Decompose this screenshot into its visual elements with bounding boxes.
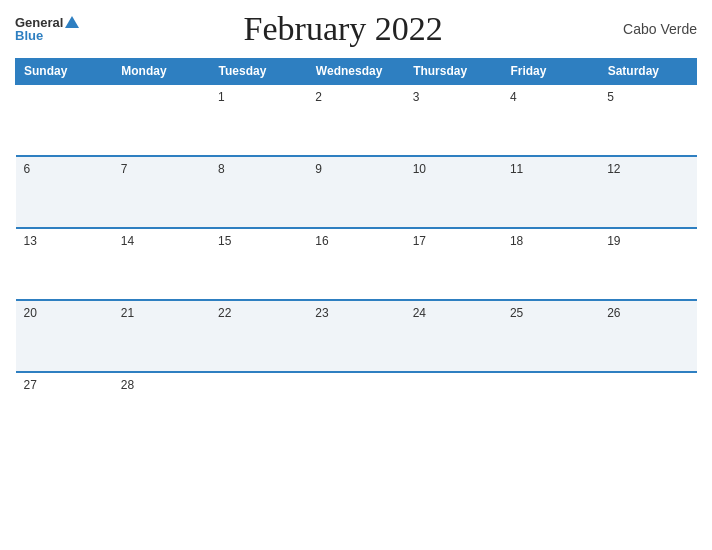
calendar-day-3: 3 [405, 84, 502, 156]
weekday-header-monday: Monday [113, 59, 210, 85]
country-name: Cabo Verde [607, 21, 697, 37]
day-number: 2 [315, 90, 322, 104]
calendar-empty-cell [405, 372, 502, 444]
calendar-day-11: 11 [502, 156, 599, 228]
day-number: 6 [24, 162, 31, 176]
day-number: 24 [413, 306, 426, 320]
calendar-week-row: 12345 [16, 84, 697, 156]
calendar-week-row: 20212223242526 [16, 300, 697, 372]
calendar-container: General Blue February 2022 Cabo Verde Su… [0, 0, 712, 550]
day-number: 16 [315, 234, 328, 248]
weekday-header-sunday: Sunday [16, 59, 113, 85]
day-number: 5 [607, 90, 614, 104]
calendar-day-1: 1 [210, 84, 307, 156]
day-number: 4 [510, 90, 517, 104]
day-number: 7 [121, 162, 128, 176]
day-number: 12 [607, 162, 620, 176]
calendar-day-14: 14 [113, 228, 210, 300]
day-number: 18 [510, 234, 523, 248]
calendar-empty-cell [210, 372, 307, 444]
logo: General Blue [15, 16, 79, 42]
calendar-day-24: 24 [405, 300, 502, 372]
calendar-empty-cell [307, 372, 404, 444]
calendar-day-12: 12 [599, 156, 696, 228]
day-number: 27 [24, 378, 37, 392]
day-number: 3 [413, 90, 420, 104]
day-number: 10 [413, 162, 426, 176]
weekday-header-row: SundayMondayTuesdayWednesdayThursdayFrid… [16, 59, 697, 85]
day-number: 9 [315, 162, 322, 176]
calendar-day-23: 23 [307, 300, 404, 372]
day-number: 13 [24, 234, 37, 248]
calendar-day-2: 2 [307, 84, 404, 156]
calendar-empty-cell [502, 372, 599, 444]
weekday-header-saturday: Saturday [599, 59, 696, 85]
calendar-day-28: 28 [113, 372, 210, 444]
calendar-day-19: 19 [599, 228, 696, 300]
calendar-day-10: 10 [405, 156, 502, 228]
calendar-day-17: 17 [405, 228, 502, 300]
day-number: 19 [607, 234, 620, 248]
day-number: 21 [121, 306, 134, 320]
logo-blue-text: Blue [15, 29, 43, 42]
calendar-day-22: 22 [210, 300, 307, 372]
weekday-header-wednesday: Wednesday [307, 59, 404, 85]
day-number: 14 [121, 234, 134, 248]
calendar-week-row: 13141516171819 [16, 228, 697, 300]
day-number: 1 [218, 90, 225, 104]
calendar-day-7: 7 [113, 156, 210, 228]
calendar-day-21: 21 [113, 300, 210, 372]
calendar-header: General Blue February 2022 Cabo Verde [15, 10, 697, 48]
day-number: 22 [218, 306, 231, 320]
day-number: 17 [413, 234, 426, 248]
calendar-day-15: 15 [210, 228, 307, 300]
calendar-day-5: 5 [599, 84, 696, 156]
calendar-day-9: 9 [307, 156, 404, 228]
month-title: February 2022 [79, 10, 607, 48]
weekday-header-friday: Friday [502, 59, 599, 85]
calendar-week-row: 6789101112 [16, 156, 697, 228]
day-number: 15 [218, 234, 231, 248]
day-number: 11 [510, 162, 523, 176]
calendar-day-8: 8 [210, 156, 307, 228]
calendar-empty-cell [16, 84, 113, 156]
day-number: 8 [218, 162, 225, 176]
calendar-empty-cell [113, 84, 210, 156]
calendar-day-18: 18 [502, 228, 599, 300]
day-number: 20 [24, 306, 37, 320]
calendar-day-13: 13 [16, 228, 113, 300]
day-number: 23 [315, 306, 328, 320]
calendar-day-25: 25 [502, 300, 599, 372]
calendar-day-4: 4 [502, 84, 599, 156]
calendar-day-20: 20 [16, 300, 113, 372]
weekday-header-tuesday: Tuesday [210, 59, 307, 85]
calendar-day-16: 16 [307, 228, 404, 300]
calendar-empty-cell [599, 372, 696, 444]
day-number: 26 [607, 306, 620, 320]
calendar-day-26: 26 [599, 300, 696, 372]
calendar-day-6: 6 [16, 156, 113, 228]
calendar-day-27: 27 [16, 372, 113, 444]
logo-triangle-icon [65, 16, 79, 28]
calendar-week-row: 2728 [16, 372, 697, 444]
day-number: 28 [121, 378, 134, 392]
calendar-grid: SundayMondayTuesdayWednesdayThursdayFrid… [15, 58, 697, 444]
weekday-header-thursday: Thursday [405, 59, 502, 85]
day-number: 25 [510, 306, 523, 320]
